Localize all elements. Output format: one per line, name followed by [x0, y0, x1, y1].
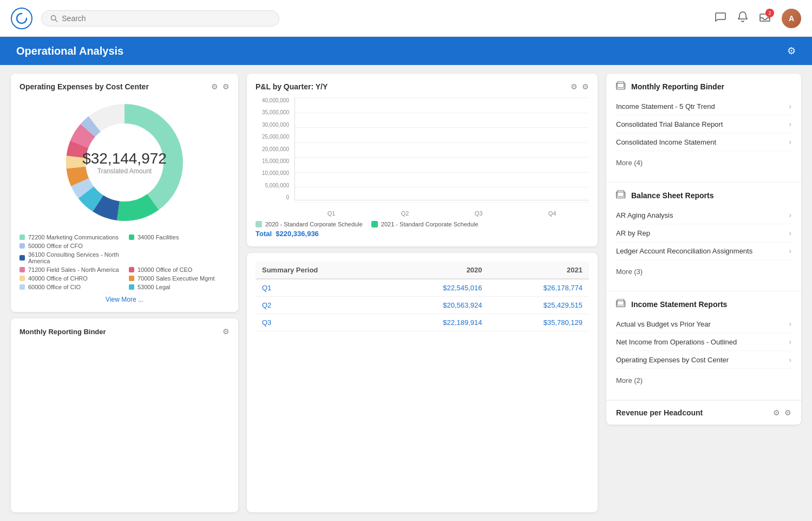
y-label-8: 5,000,000 — [256, 183, 289, 188]
header-gear-icon[interactable]: ⚙ — [787, 45, 796, 57]
legend-dot-10 — [129, 284, 134, 290]
y-label-4: 25,000,000 — [256, 134, 289, 140]
donut-center: $32,144,972 Translated Amount — [82, 150, 167, 175]
monthly-item-1-text: Income Statement - 5 Qtr Trend — [616, 102, 715, 110]
page-header: Operational Analysis ⚙ — [0, 37, 812, 65]
monthly-section-header: Monthly Reporting Binder — [616, 81, 791, 92]
revenue-header: Revenue per Headcount ⚙ ⚙ — [606, 400, 801, 425]
legend-label-10: 53000 Legal — [137, 284, 171, 290]
monthly-item-1[interactable]: Income Statement - 5 Qtr Trend › — [616, 97, 791, 115]
monthly-item-2-text: Consolidated Trial Balance Report — [616, 120, 723, 128]
monthly-section-title: Monthly Reporting Binder — [631, 82, 724, 91]
search-input[interactable] — [62, 14, 270, 23]
bar-filter-icon[interactable]: ⚙ — [571, 82, 578, 91]
chart-total-label: Total — [256, 230, 272, 238]
svg-rect-17 — [618, 191, 624, 197]
bar-settings-icon[interactable]: ⚙ — [582, 82, 589, 91]
legend-dot-4 — [19, 255, 25, 260]
grid-line-8 — [294, 202, 589, 203]
legend-label-6: 10000 Office of CEO — [137, 266, 192, 273]
x-label-q4: Q4 — [548, 210, 556, 217]
col-2020: 2020 — [388, 262, 488, 279]
legend-dot-6 — [129, 267, 134, 272]
donut-legend: 72200 Marketing Communications 34000 Fac… — [19, 234, 230, 290]
chevron-right-icon: › — [789, 320, 791, 328]
balance-section-icon — [616, 190, 626, 201]
balance-item-1-text: AR Aging Analysis — [616, 211, 673, 219]
workday-logo[interactable] — [11, 8, 32, 29]
income-more[interactable]: More (2) — [616, 369, 791, 392]
monthly-more[interactable]: More (4) — [616, 151, 791, 174]
table-row: Q3 $22,189,914 $35,780,129 — [256, 314, 589, 331]
monthly-item-3[interactable]: Consolidated Income Statement › — [616, 133, 791, 151]
search-box[interactable] — [41, 10, 279, 27]
y-label-6: 15,000,000 — [256, 158, 289, 164]
inbox-icon[interactable]: 2 — [759, 11, 771, 25]
chevron-right-icon: › — [789, 229, 791, 237]
chevron-right-icon: › — [789, 355, 791, 364]
income-statement-section: Income Statement Reports Actual vs Budge… — [606, 291, 801, 400]
bar-chart-area: 40,000,000 35,000,000 30,000,000 25,000,… — [256, 97, 589, 217]
donut-subtitle: Translated Amount — [82, 167, 167, 175]
legend-item-spacer2 — [129, 251, 230, 264]
x-label-q2: Q2 — [401, 210, 409, 217]
legend-dot-2 — [129, 235, 134, 240]
inbox-badge: 2 — [765, 9, 774, 17]
balance-item-2[interactable]: AR by Rep › — [616, 224, 791, 242]
legend-dot-9 — [19, 284, 25, 290]
balance-item-3-text: Ledger Account Reconciliation Assignment… — [616, 247, 752, 255]
table-body: Q1 $22,545,016 $26,178,774 Q2 $20,563,92… — [256, 279, 589, 331]
legend-item-2: 34000 Facilities — [129, 234, 230, 240]
monthly-item-3-text: Consolidated Income Statement — [616, 138, 716, 146]
balance-section-title: Balance Sheet Reports — [631, 191, 714, 200]
settings-icon[interactable]: ⚙ — [222, 82, 230, 91]
legend-label-7: 40000 Office of CHRO — [28, 275, 88, 282]
view-more-button[interactable]: View More ... — [19, 296, 230, 303]
bottom-card-header: Monthly Reporting Binder ⚙ — [19, 327, 230, 336]
legend-item-7: 40000 Office of CHRO — [19, 275, 120, 282]
income-item-2[interactable]: Net Income from Operations - Outlined › — [616, 333, 791, 351]
filter-icon[interactable]: ⚙ — [211, 82, 218, 91]
y-label-3: 30,000,000 — [256, 122, 289, 128]
monthly-item-2[interactable]: Consolidated Trial Balance Report › — [616, 115, 791, 133]
legend-2021-dot — [371, 221, 378, 227]
income-item-3[interactable]: Operating Expenses by Cost Center › — [616, 351, 791, 369]
monthly-more-text: More (4) — [616, 155, 643, 170]
x-label-q3: Q3 — [475, 210, 483, 217]
legend-dot-3 — [19, 243, 25, 249]
monthly-section-icon — [616, 81, 626, 92]
chart-total-value: $220,336,936 — [276, 230, 319, 238]
legend-dot-7 — [19, 276, 25, 281]
income-item-1[interactable]: Actual vs Budget vs Prior Year › — [616, 315, 791, 333]
legend-item-8: 70000 Sales Executive Mgmt — [129, 275, 230, 282]
legend-2021: 2021 - Standard Corporate Schedule — [371, 221, 479, 227]
col-period: Summary Period — [256, 262, 388, 279]
bottom-card-gear-icon[interactable]: ⚙ — [222, 327, 230, 336]
y-label-1: 40,000,000 — [256, 97, 289, 103]
main-content: Operating Expenses by Cost Center ⚙ ⚙ — [0, 65, 812, 521]
legend-2020-dot — [256, 221, 262, 227]
y-label-7: 10,000,000 — [256, 170, 289, 176]
balance-section-header: Balance Sheet Reports — [616, 190, 791, 201]
left-panel: Operating Expenses by Cost Center ⚙ ⚙ — [11, 74, 238, 512]
chevron-right-icon: › — [789, 246, 791, 255]
donut-card-title: Operating Expenses by Cost Center — [19, 82, 149, 91]
bell-icon[interactable] — [737, 11, 748, 25]
revenue-filter-icon[interactable]: ⚙ — [773, 408, 780, 417]
cell-q1-2020: $22,545,016 — [388, 279, 488, 297]
legend-label-4: 36100 Consulting Services - North Americ… — [28, 251, 120, 264]
balance-item-3[interactable]: Ledger Account Reconciliation Assignment… — [616, 242, 791, 260]
revenue-settings-icon[interactable]: ⚙ — [784, 408, 791, 417]
balance-more[interactable]: More (3) — [616, 260, 791, 283]
chart-total: Total $220,336,936 — [256, 230, 589, 238]
legend-label-2: 34000 Facilities — [137, 234, 179, 240]
legend-2020-label: 2020 - Standard Corporate Schedule — [265, 221, 363, 227]
chat-icon[interactable] — [715, 11, 726, 25]
revenue-icons: ⚙ ⚙ — [773, 408, 791, 417]
table-header: Summary Period 2020 2021 — [256, 262, 589, 279]
user-avatar[interactable]: A — [782, 9, 801, 28]
donut-amount: $32,144,972 — [82, 150, 167, 167]
middle-panel: P&L by Quarter: Y/Y ⚙ ⚙ 40,000,000 35,00… — [247, 74, 598, 512]
cell-q1-2021: $26,178,774 — [489, 279, 589, 297]
balance-item-1[interactable]: AR Aging Analysis › — [616, 206, 791, 224]
